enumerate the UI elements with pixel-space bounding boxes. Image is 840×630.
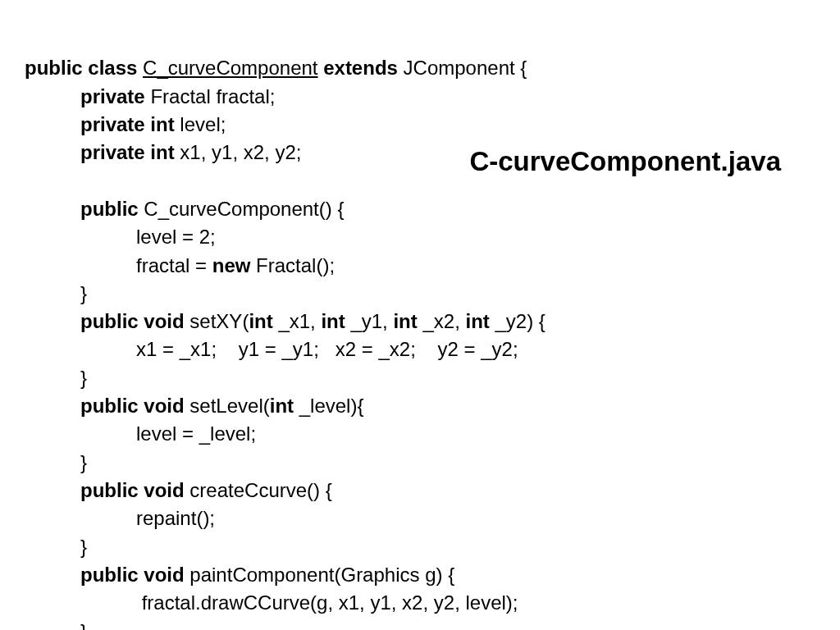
code-text: createCcurve() { <box>189 479 331 501</box>
code-text: JComponent { <box>404 57 527 79</box>
keyword: public void <box>80 564 189 586</box>
code-text: setLevel( <box>189 395 269 417</box>
code-line: } <box>25 280 815 308</box>
keyword: int <box>393 310 422 332</box>
code-line: public void setXY(int _x1, int _y1, int … <box>25 308 815 336</box>
keyword: public void <box>80 479 189 501</box>
code-line: x1 = _x1; y1 = _y1; x2 = _x2; y2 = _y2; <box>25 336 815 363</box>
code-line: public void paintComponent(Graphics g) { <box>25 561 815 589</box>
code-line: } <box>25 449 815 477</box>
code-line: repaint(); <box>25 504 815 532</box>
keyword: int <box>321 310 350 332</box>
code-text: _x2, <box>422 310 465 332</box>
keyword: int <box>465 310 495 332</box>
code-line: } <box>25 364 815 392</box>
code-line: } <box>25 533 815 561</box>
code-line: fractal.drawCCurve(g, x1, y1, x2, y2, le… <box>25 589 815 617</box>
code-line: public class C_curveComponent extends JC… <box>25 57 527 79</box>
code-line: public void createCcurve() { <box>25 477 815 504</box>
keyword: private int <box>80 141 180 163</box>
code-text: _y2) { <box>495 310 545 332</box>
code-line: fractal = new Fractal(); <box>25 252 815 280</box>
code-text: Fractal(); <box>256 254 335 276</box>
code-text: _level){ <box>299 395 364 417</box>
keyword: extends <box>318 57 404 79</box>
code-line: } <box>25 618 815 630</box>
code-text: level; <box>180 113 226 135</box>
code-line: public C_curveComponent() { <box>25 195 815 223</box>
code-text: _x1, <box>278 310 321 332</box>
code-text: fractal = <box>136 254 212 276</box>
file-title: C-curveComponent.java <box>469 146 781 177</box>
keyword: public <box>80 198 144 220</box>
code-line: private int level; <box>25 111 815 139</box>
keyword: public void <box>80 310 189 332</box>
code-text: x1, y1, x2, y2; <box>180 141 301 163</box>
code-block: public class C_curveComponent extends JC… <box>25 26 815 630</box>
code-text: _y1, <box>350 310 393 332</box>
code-text: Fractal fractal; <box>150 85 275 107</box>
keyword: public void <box>80 395 189 417</box>
code-text: paintComponent(Graphics g) { <box>189 564 454 586</box>
keyword: private <box>80 85 150 107</box>
keyword: int <box>270 395 299 417</box>
keyword: new <box>212 254 256 276</box>
code-text: C_curveComponent() { <box>144 198 344 220</box>
code-line: level = 2; <box>25 223 815 251</box>
code-line: public void setLevel(int _level){ <box>25 392 815 420</box>
code-text: setXY( <box>189 310 249 332</box>
code-line: level = _level; <box>25 420 815 448</box>
class-name: C_curveComponent <box>143 57 317 79</box>
keyword: private int <box>80 113 180 135</box>
keyword: public class <box>25 57 143 79</box>
keyword: int <box>249 310 278 332</box>
code-line: private Fractal fractal; <box>25 83 815 111</box>
